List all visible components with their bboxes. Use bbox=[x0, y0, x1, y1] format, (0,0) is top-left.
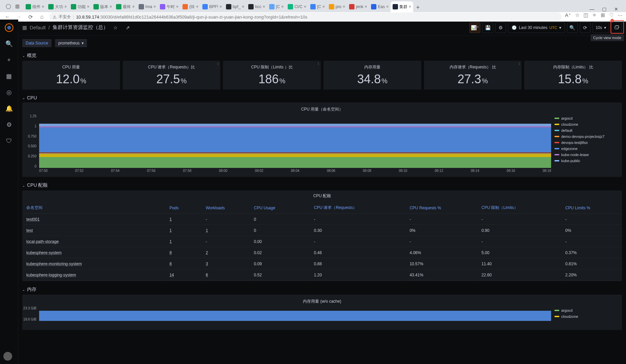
table-link[interactable]: test bbox=[26, 228, 33, 233]
tab-search-icon[interactable]: ▥ bbox=[14, 3, 20, 9]
browser-tab[interactable]: pro× bbox=[327, 1, 347, 12]
table-link[interactable]: 1 bbox=[169, 228, 172, 233]
table-link[interactable]: kubesphere-logging-system bbox=[26, 273, 76, 277]
browser-tab[interactable]: jenk× bbox=[347, 1, 369, 12]
table-header[interactable]: Pods bbox=[166, 202, 202, 214]
close-tab-icon[interactable]: × bbox=[220, 4, 222, 9]
legend-item[interactable]: demo-devops-projectxsjz7 bbox=[554, 134, 619, 139]
legend-item[interactable]: cloudzone bbox=[554, 122, 619, 126]
read-aloud-icon[interactable]: A⁺ bbox=[565, 12, 571, 22]
browser-tab[interactable]: 版本× bbox=[91, 1, 114, 12]
table-link[interactable]: kubesphere-system bbox=[26, 250, 62, 255]
row-overview[interactable]: ⌄概览 bbox=[22, 51, 622, 61]
stat-panel[interactable]: CPU 用量12.0% bbox=[22, 61, 120, 90]
close-tab-icon[interactable]: × bbox=[176, 4, 178, 9]
mem-usage-plot[interactable]: 23.3 GiB18.6 GiB bbox=[22, 306, 551, 328]
browser-tab[interactable]: 最终× bbox=[114, 1, 137, 12]
legend-item[interactable]: argocd bbox=[554, 308, 619, 312]
browser-tab[interactable]: Ima× bbox=[137, 1, 158, 12]
legend-item[interactable]: argocd bbox=[554, 116, 619, 120]
folder-crumb[interactable]: Default bbox=[30, 25, 46, 30]
dashboards-icon[interactable]: ▦ bbox=[4, 71, 14, 81]
user-avatar[interactable] bbox=[3, 352, 12, 361]
info-icon[interactable]: i bbox=[318, 62, 319, 66]
forward-button[interactable]: → bbox=[15, 13, 23, 21]
create-icon[interactable]: + bbox=[4, 55, 14, 65]
legend-item[interactable]: cloudzone bbox=[554, 314, 619, 318]
browser-tab[interactable]: bcc× bbox=[246, 1, 267, 12]
close-tab-icon[interactable]: × bbox=[87, 4, 89, 9]
table-header[interactable]: 命名空间 bbox=[23, 202, 165, 214]
profile-icon[interactable]: ◯ bbox=[5, 3, 11, 9]
add-panel-button[interactable]: 📊⁺ bbox=[469, 22, 480, 33]
browser-tab[interactable]: 集群× bbox=[391, 1, 413, 12]
stat-panel[interactable]: iCPU 限制（Limits ）比186% bbox=[223, 61, 321, 90]
info-icon[interactable]: i bbox=[218, 62, 218, 66]
stat-panel[interactable]: i内存请求（Requests） 比27.3% bbox=[424, 61, 522, 90]
legend-item[interactable]: kube-node-lease bbox=[554, 153, 619, 157]
star-icon[interactable]: ☆ bbox=[111, 23, 120, 32]
table-link[interactable]: 1 bbox=[169, 239, 172, 244]
explore-icon[interactable]: ◎ bbox=[4, 88, 14, 97]
close-tab-icon[interactable]: × bbox=[343, 4, 345, 9]
close-window-icon[interactable]: ✕ bbox=[613, 6, 619, 12]
alerting-icon[interactable]: 🔔 bbox=[4, 104, 14, 113]
table-link[interactable]: 8 bbox=[169, 250, 172, 255]
table-link[interactable]: 1 bbox=[169, 217, 172, 222]
favorite-icon[interactable]: ☆ bbox=[575, 12, 579, 22]
browser-tab[interactable]: (待× bbox=[180, 1, 200, 12]
browser-tab[interactable]: [C× bbox=[267, 1, 286, 12]
close-tab-icon[interactable]: × bbox=[196, 4, 198, 9]
extensions-icon[interactable]: ⊞ bbox=[601, 12, 605, 22]
browser-tab[interactable]: CI/C× bbox=[286, 1, 308, 12]
browser-tab[interactable]: 组件× bbox=[24, 1, 46, 12]
table-link[interactable]: test001 bbox=[26, 217, 39, 222]
close-tab-icon[interactable]: × bbox=[132, 4, 135, 9]
table-link[interactable]: 14 bbox=[169, 273, 174, 277]
zoom-out-button[interactable]: 🔍 bbox=[567, 22, 578, 33]
dashboards-crumb-icon[interactable]: ▦ bbox=[22, 25, 27, 31]
maximize-icon[interactable]: ▢ bbox=[601, 6, 607, 12]
grafana-logo-icon[interactable] bbox=[4, 23, 14, 32]
legend-item[interactable]: kube-public bbox=[554, 159, 619, 163]
time-picker[interactable]: 🕒 Last 30 minutes UTC ▾ bbox=[508, 22, 565, 33]
save-button[interactable]: 💾 bbox=[482, 22, 493, 33]
collections-icon[interactable]: ✧ bbox=[592, 12, 597, 22]
close-tab-icon[interactable]: × bbox=[242, 4, 244, 9]
browser-tab[interactable]: 午时× bbox=[158, 1, 180, 12]
settings-button[interactable]: ⚙ bbox=[495, 22, 506, 33]
config-icon[interactable]: ⚙ bbox=[4, 120, 14, 129]
legend-item[interactable]: devops-testjl8sx bbox=[554, 141, 619, 145]
new-tab-button[interactable]: + bbox=[413, 3, 423, 12]
var-select-datasource[interactable]: prometheus ▾ bbox=[55, 39, 87, 47]
row-memory[interactable]: ⌄内存 bbox=[22, 284, 622, 295]
row-cpu[interactable]: ⌄CPU bbox=[22, 93, 622, 102]
table-link[interactable]: 1 bbox=[206, 228, 208, 233]
share-icon[interactable]: ⇗ bbox=[123, 23, 133, 32]
table-header[interactable]: CPU 请求（Requests） bbox=[311, 202, 406, 214]
split-icon[interactable]: ◫ bbox=[584, 12, 588, 22]
legend-item[interactable]: edgezone bbox=[554, 147, 619, 151]
stat-panel[interactable]: iCPU 请求（Requests）比27.5% bbox=[123, 61, 221, 90]
table-header[interactable]: CPU 限制（Limits） bbox=[478, 202, 561, 214]
table-link[interactable]: 3 bbox=[206, 262, 208, 266]
close-tab-icon[interactable]: × bbox=[281, 4, 284, 9]
browser-tab[interactable]: Eas× bbox=[369, 1, 391, 12]
stat-panel[interactable]: 内存用量34.8% bbox=[323, 61, 421, 90]
refresh-button[interactable]: ⟳ bbox=[580, 22, 591, 33]
browser-tab[interactable]: [C× bbox=[308, 1, 327, 12]
close-tab-icon[interactable]: × bbox=[386, 4, 389, 9]
table-link[interactable]: 6 bbox=[206, 273, 208, 277]
table-header[interactable]: CPU Usage bbox=[251, 202, 310, 214]
table-header[interactable]: CPU Requests % bbox=[406, 202, 477, 214]
minimize-icon[interactable]: — bbox=[589, 6, 595, 12]
table-link[interactable]: local-path-storage bbox=[26, 239, 59, 244]
table-header[interactable]: Workloads bbox=[202, 202, 250, 214]
search-icon[interactable]: 🔍 bbox=[4, 39, 14, 49]
close-tab-icon[interactable]: × bbox=[322, 4, 325, 9]
close-tab-icon[interactable]: × bbox=[64, 4, 67, 9]
refresh-interval-select[interactable]: 10s ▾ bbox=[593, 22, 609, 33]
table-link[interactable]: 2 bbox=[206, 250, 208, 255]
server-admin-icon[interactable]: 🛡 bbox=[4, 136, 14, 146]
close-tab-icon[interactable]: × bbox=[42, 4, 44, 9]
